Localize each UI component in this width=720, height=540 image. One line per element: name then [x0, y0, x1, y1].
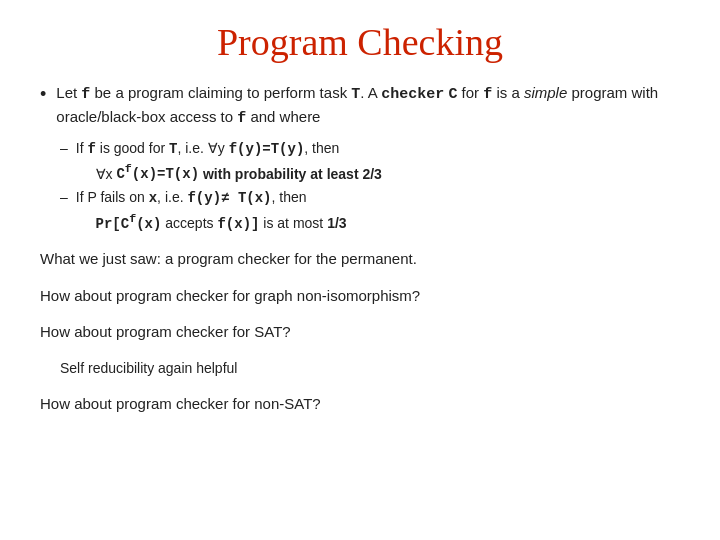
paragraph-3: How about program checker for SAT?: [40, 321, 680, 344]
var-C: C: [448, 86, 457, 103]
var-f2: f: [483, 86, 492, 103]
Pr-expr: Pr[Cf(x): [96, 216, 162, 232]
prob-text-2: 1/3: [327, 215, 346, 231]
fx-expr: f(x)]: [217, 216, 259, 232]
slide: Program Checking • Let f be a program cl…: [0, 0, 720, 540]
dash-2: –: [60, 187, 68, 207]
slide-title: Program Checking: [40, 20, 680, 64]
simple-label: simple: [524, 84, 567, 101]
paragraph-4: How about program checker for non-SAT?: [40, 393, 680, 416]
var-f: f: [81, 86, 90, 103]
sub-item-1: – If f is good for T, i.e. ∀y f(y)=T(y),…: [60, 138, 680, 159]
var-f3: f: [237, 110, 246, 127]
fy-neq: f(y)≠ T(x): [187, 190, 271, 206]
bullet-1: • Let f be a program claiming to perform…: [40, 82, 680, 130]
sub-item-2: – If P fails on x, i.e. f(y)≠ T(x), then: [60, 187, 680, 208]
sub-text-2: If P fails on x, i.e. f(y)≠ T(x), then: [76, 187, 307, 208]
bullet-text: Let f be a program claiming to perform t…: [56, 82, 680, 130]
sub-indent-2: Pr[Cf(x) accepts f(x)] is at most 1/3: [80, 211, 680, 234]
sub-list: – If f is good for T, i.e. ∀y f(y)=T(y),…: [60, 138, 680, 235]
var-x: x: [149, 190, 157, 206]
paragraph-1: What we just saw: a program checker for …: [40, 248, 680, 271]
dash-1: –: [60, 138, 68, 158]
var-f-sub1: f: [87, 141, 95, 157]
paragraph-2: How about program checker for graph non-…: [40, 285, 680, 308]
var-T: T: [351, 86, 360, 103]
slide-content: • Let f be a program claiming to perform…: [40, 82, 680, 415]
bullet-dot: •: [40, 82, 46, 107]
prob-text-1: with probability at least 2/3: [203, 165, 382, 181]
checker-label: checker: [381, 86, 444, 103]
sub-text-1: If f is good for T, i.e. ∀y f(y)=T(y), t…: [76, 138, 340, 159]
var-T-sub1: T: [169, 141, 177, 157]
sub-indent-1: ∀x Cf(x)=T(x) with probability at least …: [80, 162, 680, 185]
fy-eq: f(y)=T(y): [229, 141, 305, 157]
Cf-expr: Cf(x)=T(x): [116, 166, 199, 182]
paragraph-3-sub: Self reducibility again helpful: [60, 358, 680, 379]
